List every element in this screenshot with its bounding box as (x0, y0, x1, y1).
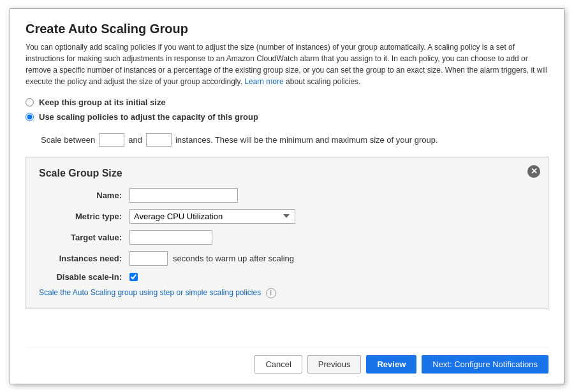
name-row: Name: Scale Group Size (39, 188, 535, 203)
modal-description: You can optionally add scaling policies … (26, 41, 548, 87)
disable-scalein-label: Disable scale-in: (39, 272, 122, 282)
target-input[interactable]: 70 (129, 230, 212, 245)
info-icon[interactable]: i (266, 288, 276, 298)
scale-and-text: and (128, 135, 142, 145)
next-button[interactable]: Next: Configure Notifications (422, 355, 548, 374)
modal-footer: Cancel Previous Review Next: Configure N… (26, 347, 548, 374)
close-scale-group-button[interactable]: ✕ (527, 165, 540, 178)
warmup-suffix-text: seconds to warm up after scaling (173, 254, 294, 263)
name-label: Name: (39, 191, 122, 200)
scale-min-input[interactable]: 4 (99, 133, 124, 147)
modal-title: Create Auto Scaling Group (26, 22, 548, 36)
radio-initial[interactable] (26, 98, 34, 106)
scaling-policy-radio-group: Keep this group at its initial size Use … (26, 98, 548, 127)
metric-label: Metric type: (39, 212, 122, 221)
create-asg-modal: Create Auto Scaling Group You can option… (10, 8, 564, 384)
radio-scaling-label[interactable]: Use scaling policies to adjust the capac… (39, 112, 258, 122)
scale-max-input[interactable]: 10 (146, 133, 172, 147)
cancel-button[interactable]: Cancel (254, 355, 302, 374)
radio-initial-label[interactable]: Keep this group at its initial size (39, 98, 166, 107)
scale-suffix-text: instances. These will be the minimum and… (175, 135, 438, 145)
disable-scalein-checkbox[interactable] (129, 273, 138, 281)
radio-scaling[interactable] (26, 113, 34, 121)
metric-select[interactable]: Average CPU Utilization Average Network … (129, 209, 295, 224)
previous-button[interactable]: Previous (307, 355, 362, 374)
scale-between-row: Scale between 4 and 10 instances. These … (41, 133, 548, 147)
instances-label: Instances need: (39, 254, 122, 263)
target-label: Target value: (39, 233, 122, 242)
warmup-input[interactable]: 300 (129, 251, 168, 266)
radio-item-initial: Keep this group at its initial size (26, 98, 548, 107)
disable-scalein-row: Disable scale-in: (39, 272, 535, 282)
radio-item-scaling: Use scaling policies to adjust the capac… (26, 112, 548, 122)
metric-row: Metric type: Average CPU Utilization Ave… (39, 209, 535, 224)
review-button[interactable]: Review (366, 355, 416, 374)
instances-row: Instances need: 300 seconds to warm up a… (39, 251, 535, 266)
scale-group-box: Scale Group Size ✕ Name: Scale Group Siz… (26, 157, 548, 309)
learn-more-link[interactable]: Learn more (244, 77, 283, 86)
name-input[interactable]: Scale Group Size (129, 188, 238, 203)
scale-group-title: Scale Group Size (39, 168, 535, 179)
step-link-row: Scale the Auto Scaling group using step … (39, 288, 535, 298)
target-row: Target value: 70 (39, 230, 535, 245)
step-scaling-link[interactable]: Scale the Auto Scaling group using step … (39, 288, 263, 297)
scale-between-label: Scale between (41, 135, 95, 145)
